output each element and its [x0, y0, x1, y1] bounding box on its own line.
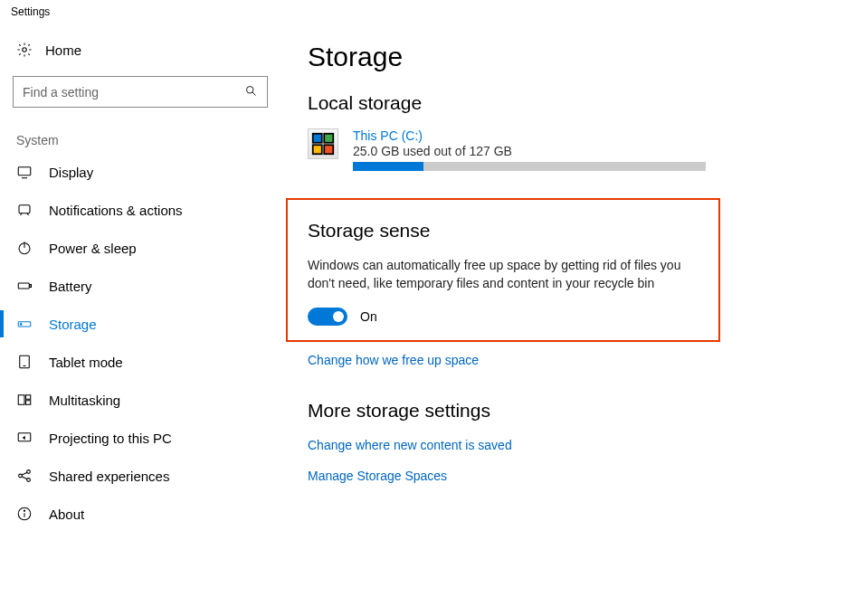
svg-point-1	[247, 86, 254, 93]
info-icon	[16, 506, 33, 522]
sidebar-item-storage[interactable]: Storage	[13, 305, 268, 343]
svg-point-25	[24, 510, 24, 511]
tablet-icon	[16, 354, 33, 370]
sidebar: Home System Display Notifications & acti…	[0, 24, 280, 542]
sidebar-item-about[interactable]: About	[13, 495, 268, 533]
storage-sense-toggle-label: On	[360, 309, 377, 324]
section-label: System	[13, 133, 268, 147]
display-icon	[16, 164, 33, 180]
sidebar-item-label: Tablet mode	[49, 355, 123, 370]
drive-row[interactable]: This PC (C:) 25.0 GB used out of 127 GB	[308, 128, 838, 171]
svg-rect-28	[313, 145, 322, 154]
svg-rect-5	[19, 205, 30, 213]
svg-line-2	[252, 92, 255, 95]
storage-sense-highlight: Storage sense Windows can automatically …	[286, 198, 720, 342]
sidebar-item-label: Power & sleep	[49, 241, 137, 256]
sidebar-item-label: Shared experiences	[49, 469, 169, 484]
change-free-up-link[interactable]: Change how we free up space	[308, 353, 838, 367]
storage-sense-title: Storage sense	[308, 220, 699, 242]
svg-point-0	[23, 48, 27, 52]
sidebar-item-label: Projecting to this PC	[49, 431, 172, 446]
svg-rect-26	[313, 134, 322, 143]
svg-rect-9	[30, 285, 32, 288]
svg-line-22	[22, 477, 27, 479]
local-storage-title: Local storage	[308, 92, 838, 114]
svg-point-18	[19, 474, 23, 478]
svg-point-19	[27, 470, 31, 474]
storage-sense-description: Windows can automatically free up space …	[308, 256, 688, 293]
main-content: Storage Local storage This PC (C:) 25.0 …	[280, 24, 865, 542]
sidebar-item-tablet[interactable]: Tablet mode	[13, 343, 268, 381]
sidebar-item-label: About	[49, 507, 84, 522]
sidebar-item-shared[interactable]: Shared experiences	[13, 457, 268, 495]
drive-usage-text: 25.0 GB used out of 127 GB	[353, 144, 838, 158]
page-title: Storage	[308, 42, 838, 72]
battery-icon	[16, 278, 33, 294]
home-label: Home	[45, 43, 81, 58]
drive-progress-bar	[353, 162, 706, 171]
svg-point-11	[21, 324, 23, 326]
sidebar-item-label: Multitasking	[49, 393, 120, 408]
sidebar-item-label: Display	[49, 165, 93, 180]
sidebar-item-notifications[interactable]: Notifications & actions	[13, 191, 268, 229]
shared-icon	[16, 468, 33, 484]
storage-icon	[16, 316, 33, 332]
svg-rect-27	[324, 134, 333, 143]
search-field[interactable]	[23, 85, 244, 100]
sidebar-item-power[interactable]: Power & sleep	[13, 229, 268, 267]
search-input[interactable]	[13, 76, 268, 108]
storage-sense-toggle[interactable]	[308, 308, 347, 326]
more-settings-title: More storage settings	[308, 400, 838, 422]
window-title: Settings	[0, 0, 865, 24]
svg-point-20	[27, 479, 31, 482]
sidebar-item-label: Storage	[49, 317, 97, 332]
sidebar-item-multitasking[interactable]: Multitasking	[13, 381, 268, 419]
sidebar-item-projecting[interactable]: Projecting to this PC	[13, 419, 268, 457]
projecting-icon	[16, 430, 33, 446]
multitasking-icon	[16, 392, 33, 408]
sidebar-item-label: Battery	[49, 279, 92, 294]
sidebar-item-display[interactable]: Display	[13, 153, 268, 191]
power-icon	[16, 240, 33, 256]
drive-progress-fill	[353, 162, 423, 171]
search-icon	[244, 84, 258, 100]
svg-line-21	[22, 472, 27, 475]
notification-icon	[16, 202, 33, 218]
svg-rect-29	[324, 145, 333, 154]
svg-rect-16	[26, 401, 31, 405]
home-button[interactable]: Home	[13, 33, 268, 67]
svg-rect-14	[18, 395, 24, 405]
sidebar-item-label: Notifications & actions	[49, 203, 183, 218]
svg-rect-15	[26, 395, 31, 400]
sidebar-item-battery[interactable]: Battery	[13, 267, 268, 305]
drive-icon	[308, 128, 338, 159]
change-content-saved-link[interactable]: Change where new content is saved	[308, 438, 838, 452]
drive-name-link[interactable]: This PC (C:)	[353, 128, 838, 143]
gear-icon	[16, 42, 33, 58]
svg-rect-8	[18, 283, 29, 289]
svg-rect-3	[18, 167, 31, 175]
manage-storage-spaces-link[interactable]: Manage Storage Spaces	[308, 469, 838, 483]
